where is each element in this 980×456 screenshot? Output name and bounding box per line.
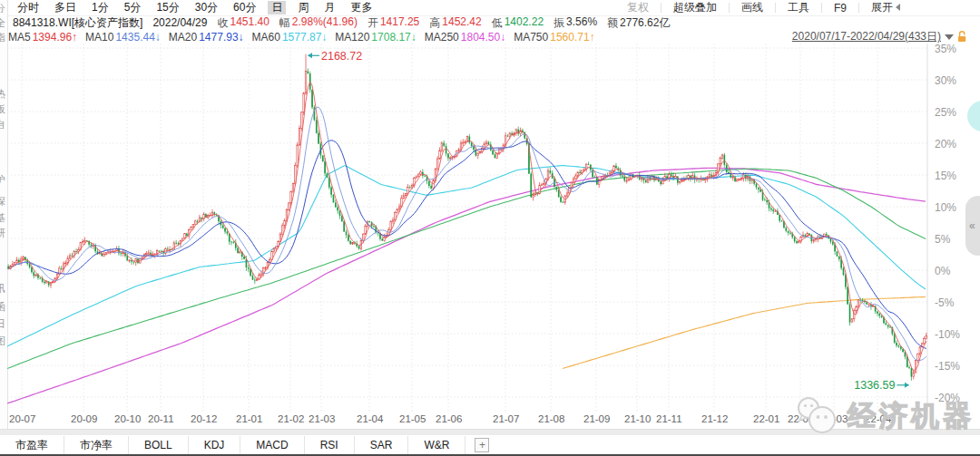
x-tick-21-03: 21-03 (309, 413, 335, 424)
date-range-label: 2020/07/17-2022/04/29(433日) (792, 29, 941, 44)
ma-value-MA10: 1435.44↓ (115, 31, 160, 44)
indicator-tab-SAR[interactable]: SAR (355, 436, 409, 454)
ma-item-MA20: MA201477.93↓ (169, 31, 244, 44)
quote-bar: 8841318.WI[核心资产指数] 2022/04/29 收1451.40幅2… (8, 15, 980, 30)
indicator-tab-bar: 市盈率市净率BOLLKDJMACDRSISARW&R+ (0, 435, 980, 456)
indicator-tab-市净率[interactable]: 市净率 (64, 436, 129, 454)
x-tick-20-07: 20-07 (9, 413, 35, 424)
ma-value-MA120: 1708.17↓ (371, 31, 416, 44)
x-tick-21-06: 21-06 (436, 413, 462, 424)
ma-value-MA250: 1804.50↓ (461, 31, 505, 44)
tool-工具[interactable]: 工具 (788, 0, 809, 15)
ma-value-MA60: 1577.87↓ (282, 31, 327, 44)
period-tab-周[interactable]: 周 (294, 1, 312, 15)
low-price-label: 1336.59 (854, 379, 895, 392)
period-tab-30分[interactable]: 30分 (191, 1, 221, 15)
ma-value-MA750: 1560.71↑ (550, 31, 594, 44)
ma-item-MA750: MA7501560.71↑ (514, 31, 594, 44)
ma10-line (8, 107, 926, 360)
date-range-selector[interactable]: 2020/07/17-2022/04/29(433日) (792, 30, 967, 44)
indicator-tab-MACD[interactable]: MACD (240, 436, 304, 454)
svg-text:5%: 5% (935, 233, 951, 246)
quote-value-开: 1417.25 (380, 15, 419, 31)
quote-value-高: 1452.42 (442, 15, 481, 31)
x-tick-21-02: 21-02 (278, 413, 304, 424)
period-tab-60分[interactable]: 60分 (230, 1, 260, 15)
quote-value-振: 3.56% (566, 15, 597, 31)
chevron-down-icon[interactable] (945, 34, 954, 40)
svg-text:25%: 25% (935, 106, 956, 119)
y-axis-labels: 35%30%25%20%15%10%5%0%-5%-10%-15%-20% (935, 44, 960, 404)
x-tick-20-09: 20-09 (71, 413, 97, 424)
period-tab-15分[interactable]: 15分 (152, 1, 182, 15)
ma-item-MA250: MA2501804.50↓ (425, 31, 505, 44)
stock-chart-window: 分全指热板自沪深基研讯函日图 分时多日1分5分15分30分60分日周月更多 复权… (0, 0, 980, 456)
quote-fields: 收1451.40幅2.98%(41.96)开1417.25高1452.42低14… (217, 15, 670, 31)
period-tab-1分[interactable]: 1分 (88, 1, 113, 15)
indicator-tab-RSI[interactable]: RSI (305, 436, 355, 454)
svg-text:10%: 10% (935, 201, 956, 214)
ma-value-MA20: 1477.93↓ (199, 31, 243, 44)
period-tab-日[interactable]: 日 (268, 1, 286, 15)
svg-text:-20%: -20% (935, 392, 960, 404)
quote-field-高: 高1452.42 (429, 15, 481, 31)
period-tab-5分[interactable]: 5分 (121, 1, 145, 15)
period-tab-分时[interactable]: 分时 (14, 1, 43, 15)
indicator-tab-KDJ[interactable]: KDJ (189, 436, 241, 454)
svg-text:20%: 20% (935, 138, 956, 150)
tool-F9[interactable]: F9 (834, 2, 847, 15)
annotations: 2168.721336.59 (308, 50, 909, 392)
period-tab-更多[interactable]: 更多 (347, 1, 376, 15)
ma-value-MA5: 1394.96↑ (33, 31, 77, 44)
period-tab-多日[interactable]: 多日 (51, 1, 80, 15)
x-tick-22-04: 22-04 (865, 413, 891, 424)
svg-text:-15%: -15% (935, 360, 960, 373)
collapse-left-arrow-icon (896, 4, 900, 11)
toolbar-right-tools: 复权超级叠加画线工具F9展开 (627, 0, 900, 15)
candlestick-chart[interactable]: 35%30%25%20%15%10%5%0%-5%-10%-15%-20%216… (7, 44, 980, 412)
x-axis-labels: 20-0720-0920-1020-1120-1221-0121-0221-03… (0, 413, 980, 428)
peak-price-label: 2168.72 (321, 50, 362, 63)
x-tick-21-07: 21-07 (493, 413, 519, 424)
tool-展开[interactable]: 展开 (871, 0, 900, 15)
quote-value-幅: 2.98%(41.96) (292, 15, 358, 31)
quote-value-收: 1451.40 (230, 15, 269, 31)
ma-item-MA10: MA101435.44↓ (85, 31, 161, 44)
quote-field-低: 低1402.22 (492, 15, 544, 31)
tool-画线[interactable]: 画线 (741, 0, 763, 15)
indicator-tab-市盈率[interactable]: 市盈率 (0, 436, 64, 454)
x-tick-21-01: 21-01 (236, 413, 262, 424)
x-tick-21-05: 21-05 (399, 413, 426, 424)
ma120-line (7, 169, 926, 368)
indicator-tab-W&R[interactable]: W&R (408, 436, 466, 454)
left-strip-glyph: 全 (0, 16, 8, 30)
x-tick-21-04: 21-04 (357, 413, 383, 424)
x-tick-21-10: 21-10 (624, 413, 651, 424)
quote-value-低: 1402.22 (505, 15, 544, 31)
x-tick-22-02: 22-02 (788, 413, 814, 424)
x-tick-20-12: 20-12 (191, 413, 217, 424)
add-indicator-button[interactable]: + (475, 438, 489, 452)
quote-field-额: 额2776.62亿 (607, 15, 670, 31)
left-strip-glyph: 指 (0, 31, 8, 44)
svg-text:0%: 0% (935, 265, 951, 277)
ma-item-MA60: MA601577.87↓ (252, 31, 328, 44)
x-tick-22-01: 22-01 (753, 413, 779, 424)
tool-超级叠加[interactable]: 超级叠加 (673, 0, 717, 15)
side-panel-handle[interactable]: « (965, 196, 980, 256)
indicator-tab-BOLL[interactable]: BOLL (129, 436, 189, 454)
unlocked-padlock-icon[interactable] (957, 31, 967, 43)
x-tick-22-03: 22-03 (821, 413, 848, 424)
svg-text:15%: 15% (935, 170, 956, 182)
svg-text:-10%: -10% (935, 328, 960, 341)
svg-text:35%: 35% (935, 44, 956, 55)
chart-grid (7, 44, 927, 412)
ma20-line (8, 141, 926, 349)
x-tick-20-11: 20-11 (148, 413, 174, 424)
period-tab-月[interactable]: 月 (320, 1, 338, 15)
tool-复权[interactable]: 复权 (627, 0, 649, 15)
x-tick-21-08: 21-08 (538, 413, 564, 424)
quote-field-振: 振3.56% (554, 15, 597, 31)
x-tick-21-12: 21-12 (701, 413, 728, 424)
quote-field-开: 开1417.25 (368, 15, 419, 31)
